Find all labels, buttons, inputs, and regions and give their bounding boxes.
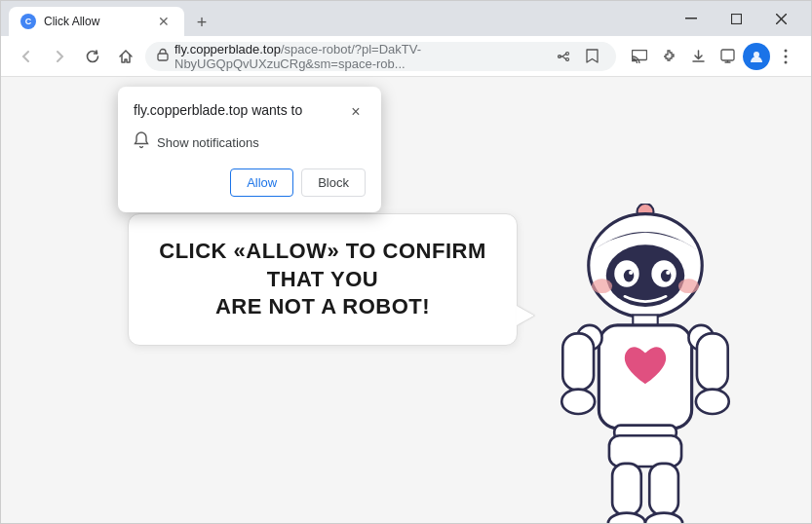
svg-point-26 — [666, 271, 670, 275]
popup-title: fly.copperblade.top wants to — [134, 102, 302, 118]
block-button[interactable]: Block — [301, 168, 366, 197]
address-bar[interactable]: fly.copperblade.top/space-robot/?pl=DakT… — [145, 42, 616, 71]
tab-favicon: C — [20, 14, 36, 29]
bookmark-button[interactable] — [579, 44, 604, 69]
notification-label: Show notifications — [157, 135, 259, 150]
robot-illustration — [538, 204, 753, 523]
tab-close-button[interactable]: ✕ — [155, 13, 173, 30]
back-button[interactable] — [13, 43, 40, 70]
page-content: fly.copperblade.top wants to × Show noti… — [1, 77, 811, 523]
toolbar-icons — [626, 43, 799, 70]
svg-point-40 — [608, 513, 645, 523]
cast-button[interactable] — [626, 43, 653, 70]
svg-point-36 — [696, 390, 729, 414]
svg-point-5 — [566, 52, 569, 55]
popup-close-button[interactable]: × — [346, 102, 366, 122]
lock-icon — [157, 48, 169, 64]
permission-popup: fly.copperblade.top wants to × Show noti… — [118, 87, 381, 212]
popup-header: fly.copperblade.top wants to × — [134, 102, 366, 122]
speech-area: CLICK «ALLOW» TO CONFIRM THAT YOU ARE NO… — [128, 213, 518, 346]
speech-bubble: CLICK «ALLOW» TO CONFIRM THAT YOU ARE NO… — [128, 213, 518, 346]
svg-rect-0 — [685, 18, 697, 19]
svg-rect-32 — [562, 333, 594, 390]
svg-point-25 — [629, 271, 633, 275]
svg-point-15 — [785, 60, 788, 63]
tab-title: Click Allow — [44, 15, 99, 28]
svg-point-27 — [592, 279, 612, 293]
reload-button[interactable] — [79, 43, 106, 70]
extensions-button[interactable] — [655, 43, 682, 70]
svg-point-42 — [645, 513, 682, 523]
download-button[interactable] — [684, 43, 712, 70]
minimize-button[interactable] — [669, 1, 714, 36]
nav-bar: fly.copperblade.top/space-robot/?pl=DakT… — [1, 36, 811, 77]
popup-notification-row: Show notifications — [134, 131, 366, 153]
svg-point-6 — [566, 57, 569, 60]
svg-point-28 — [678, 279, 699, 293]
allow-button[interactable]: Allow — [230, 168, 293, 197]
address-actions — [552, 44, 604, 69]
forward-button[interactable] — [46, 43, 73, 70]
svg-rect-1 — [731, 14, 741, 23]
tab-bar: C Click Allow ✕ + — [9, 1, 215, 36]
new-tab-button[interactable]: + — [188, 9, 215, 36]
share-button[interactable] — [552, 44, 577, 69]
svg-rect-35 — [697, 333, 728, 390]
svg-rect-9 — [721, 50, 734, 60]
bell-icon — [134, 131, 149, 153]
svg-rect-39 — [612, 464, 641, 515]
svg-rect-41 — [649, 464, 678, 515]
popup-buttons: Allow Block — [134, 168, 366, 197]
svg-rect-38 — [609, 435, 681, 467]
browser-window: C Click Allow ✕ + — [0, 0, 812, 524]
headline-text: CLICK «ALLOW» TO CONFIRM THAT YOU ARE NO… — [156, 238, 489, 321]
performance-button[interactable] — [714, 43, 741, 70]
profile-button[interactable] — [743, 43, 770, 70]
address-text: fly.copperblade.top/space-robot/?pl=DakT… — [174, 42, 546, 71]
maximize-button[interactable] — [714, 1, 758, 36]
svg-point-13 — [785, 49, 788, 52]
window-controls — [669, 1, 803, 36]
menu-button[interactable] — [772, 43, 799, 70]
title-bar: C Click Allow ✕ + — [1, 1, 811, 36]
svg-point-14 — [785, 55, 788, 57]
active-tab[interactable]: C Click Allow ✕ — [9, 7, 184, 36]
svg-point-33 — [561, 390, 595, 414]
home-button[interactable] — [112, 43, 139, 70]
svg-rect-4 — [158, 54, 168, 60]
close-button[interactable] — [758, 1, 803, 36]
